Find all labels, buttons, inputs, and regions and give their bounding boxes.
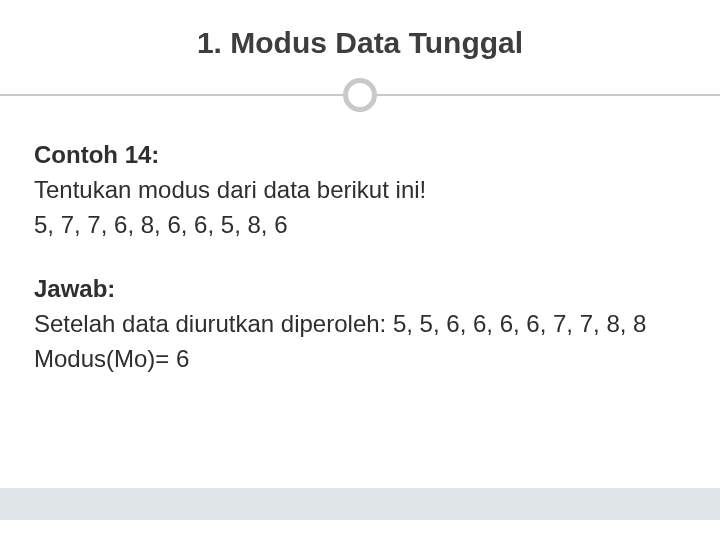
bottom-band — [0, 488, 720, 520]
circle-accent-icon — [343, 78, 377, 112]
slide-content: Contoh 14: Tentukan modus dari data beri… — [34, 138, 686, 377]
answer-block: Jawab: Setelah data diurutkan diperoleh:… — [34, 272, 686, 376]
answer-result: Modus(Mo)= 6 — [34, 342, 686, 377]
question-block: Contoh 14: Tentukan modus dari data beri… — [34, 138, 686, 242]
question-data: 5, 7, 7, 6, 8, 6, 6, 5, 8, 6 — [34, 208, 686, 243]
slide-title: 1. Modus Data Tunggal — [0, 26, 720, 60]
question-prompt: Tentukan modus dari data berikut ini! — [34, 173, 686, 208]
slide: 1. Modus Data Tunggal Contoh 14: Tentuka… — [0, 0, 720, 540]
answer-sorted: Setelah data diurutkan diperoleh: 5, 5, … — [34, 307, 686, 342]
question-heading: Contoh 14: — [34, 138, 686, 173]
answer-heading: Jawab: — [34, 272, 686, 307]
